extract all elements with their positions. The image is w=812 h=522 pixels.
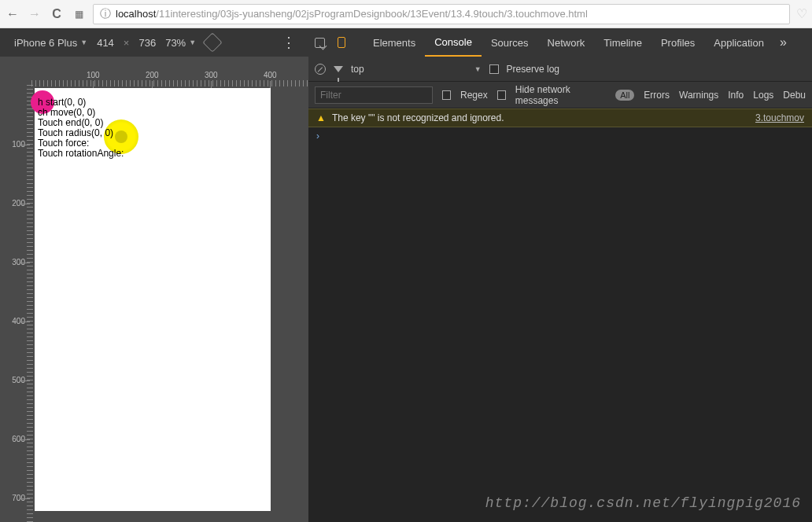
zoom-label: 73%: [165, 37, 186, 49]
ruler-tick: 500: [8, 376, 25, 384]
regex-label: Regex: [460, 90, 488, 101]
tabs-overflow-button[interactable]: »: [773, 35, 793, 50]
level-warnings[interactable]: Warnings: [679, 90, 718, 101]
address-bar[interactable]: ⓘ localhost /11interesting/03js-yuanshen…: [93, 4, 790, 24]
back-button[interactable]: ←: [5, 6, 20, 22]
ruler-tick: 300: [205, 71, 218, 79]
tab-application[interactable]: Application: [704, 28, 773, 57]
browser-toolbar: ← → C ▦ ⓘ localhost /11interesting/03js-…: [0, 0, 812, 28]
filter-input[interactable]: [315, 86, 433, 104]
zoom-selector[interactable]: 73% ▼: [165, 37, 196, 49]
clear-console-icon[interactable]: [315, 64, 326, 75]
tab-sources[interactable]: Sources: [482, 28, 538, 57]
level-info[interactable]: Info: [728, 90, 744, 101]
devtools-toolbar: iPhone 6 Plus ▼ 414 × 736 73% ▼ ⋮ Elemen…: [0, 28, 812, 57]
console-body: ▲ The key "" is not recognized and ignor…: [308, 108, 812, 522]
preserve-log-label: Preserve log: [507, 64, 559, 75]
ruler-tick: 400: [264, 71, 277, 79]
ruler-tick: 300: [8, 258, 25, 267]
reload-button[interactable]: C: [49, 6, 65, 22]
console-toolbar: top ▼ Preserve log: [308, 57, 812, 82]
console-pane: top ▼ Preserve log Regex Hide network me…: [308, 57, 812, 522]
device-height[interactable]: 736: [138, 37, 156, 49]
ruler-tick: 700: [8, 494, 25, 502]
hide-network-checkbox[interactable]: [497, 90, 506, 100]
apps-button[interactable]: ▦: [71, 6, 87, 22]
ruler-tick: 100: [87, 71, 100, 79]
devtools-tabs: Elements Console Sources Network Timelin…: [308, 28, 812, 57]
site-info-icon: ⓘ: [100, 7, 111, 21]
emulated-viewport[interactable]: h start(0, 0) ch move(0, 0) Touch end(0,…: [35, 88, 271, 511]
warning-icon: ▲: [316, 112, 326, 123]
level-errors[interactable]: Errors: [644, 90, 670, 101]
ruler-tick: 200: [146, 71, 159, 79]
ruler-tick: 600: [8, 435, 25, 443]
tab-elements[interactable]: Elements: [364, 28, 425, 57]
tab-timeline[interactable]: Timeline: [594, 28, 651, 57]
ruler-hatch-h: [31, 80, 308, 86]
tab-profiles[interactable]: Profiles: [651, 28, 704, 57]
ruler-tick: 200: [8, 199, 25, 208]
ruler-tick: 100: [8, 140, 25, 149]
inspect-button[interactable]: [308, 28, 330, 57]
url-host: localhost: [116, 8, 156, 20]
device-width[interactable]: 414: [97, 37, 114, 49]
chevron-down-icon: ▼: [189, 39, 196, 46]
device-x: ×: [124, 37, 130, 49]
tab-network[interactable]: Network: [538, 28, 595, 57]
touch-line: Touch rotationAngle:: [38, 149, 124, 159]
url-path: /11interesting/03js-yuansheng/02jsProgra…: [156, 8, 588, 20]
tab-console[interactable]: Console: [425, 28, 482, 57]
context-label: top: [351, 64, 364, 75]
chevron-down-icon: ▼: [474, 65, 482, 73]
console-filter-row: Regex Hide network messages All Errors W…: [308, 82, 812, 108]
device-viewport-pane: 100 200 300 400 100 200 300 400 500 600 …: [0, 57, 308, 522]
main-split: 100 200 300 400 100 200 300 400 500 600 …: [0, 57, 812, 522]
context-selector[interactable]: top ▼: [351, 64, 482, 75]
level-logs[interactable]: Logs: [753, 90, 773, 101]
toggle-device-button[interactable]: [330, 28, 352, 57]
warning-source-link[interactable]: 3.touchmov: [755, 112, 804, 123]
console-prompt[interactable]: ›: [308, 127, 812, 145]
device-name-label: iPhone 6 Plus: [14, 37, 77, 49]
ruler-hatch-v: [27, 85, 33, 522]
forward-button[interactable]: →: [27, 6, 42, 22]
chevron-down-icon: ▼: [80, 39, 87, 46]
preserve-log-checkbox[interactable]: [489, 64, 499, 74]
level-all[interactable]: All: [615, 90, 634, 101]
ruler-tick: 400: [8, 317, 25, 325]
warning-text: The key "" is not recognized and ignored…: [332, 112, 504, 123]
hide-network-label: Hide network messages: [515, 84, 606, 106]
more-options-button[interactable]: ⋮: [282, 34, 294, 51]
device-selector[interactable]: iPhone 6 Plus ▼: [14, 37, 87, 49]
rotate-icon[interactable]: [202, 32, 222, 52]
regex-checkbox[interactable]: [442, 90, 451, 100]
console-warning-row: ▲ The key "" is not recognized and ignor…: [308, 108, 812, 127]
filter-icon[interactable]: [334, 66, 343, 72]
bookmark-icon[interactable]: ♡: [796, 6, 807, 21]
device-toolbar: iPhone 6 Plus ▼ 414 × 736 73% ▼ ⋮: [0, 34, 308, 51]
touch-output: h start(0, 0) ch move(0, 0) Touch end(0,…: [38, 97, 124, 159]
level-debug[interactable]: Debu: [783, 90, 806, 101]
